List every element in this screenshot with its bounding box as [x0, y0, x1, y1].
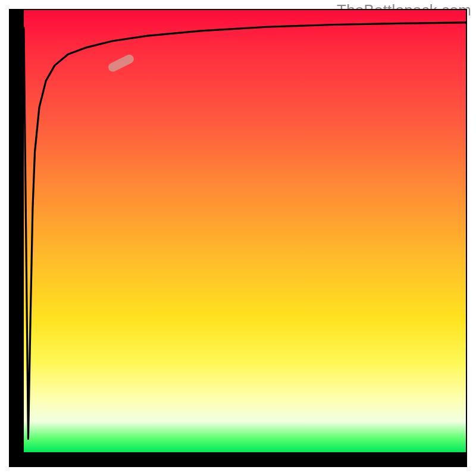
- axis-bottom: [9, 452, 467, 467]
- chart-frame: [9, 9, 467, 467]
- marker-pill: [107, 53, 135, 73]
- curve: [24, 23, 466, 439]
- frame-edge-right: [466, 9, 467, 467]
- plot-area: [24, 10, 466, 452]
- svg-rect-0: [107, 53, 135, 73]
- chart-svg: [24, 10, 466, 452]
- axis-left: [9, 9, 24, 467]
